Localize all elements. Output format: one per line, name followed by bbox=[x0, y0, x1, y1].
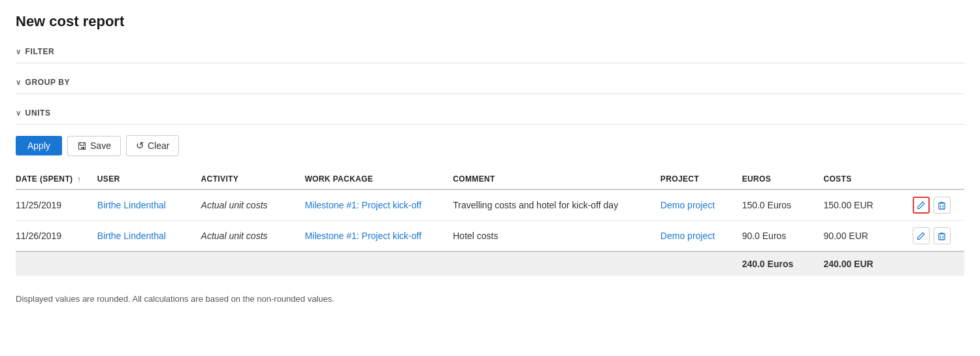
filter-label: FILTER bbox=[25, 47, 55, 56]
cell-link[interactable]: Birthe Lindenthal bbox=[97, 231, 166, 241]
cell-link[interactable]: Demo project bbox=[661, 231, 715, 241]
save-button[interactable]: 🖫 Save bbox=[67, 136, 121, 156]
units-chevron-icon: ∨ bbox=[16, 109, 22, 118]
cell-link[interactable]: Demo project bbox=[661, 200, 715, 210]
apply-button[interactable]: Apply bbox=[16, 136, 62, 155]
footer-euros: 240.0 Euros bbox=[742, 251, 824, 276]
col-header-project[interactable]: PROJECT bbox=[661, 169, 742, 189]
units-label: UNITS bbox=[25, 108, 51, 118]
table-header-row: DATE (SPENT) ↑ USER ACTIVITY WORK PACKAG… bbox=[16, 169, 964, 189]
footer-note: Displayed values are rounded. All calcul… bbox=[16, 294, 964, 304]
units-section[interactable]: ∨ UNITS bbox=[16, 102, 964, 125]
col-header-costs[interactable]: COSTS bbox=[823, 169, 912, 189]
edit-button[interactable] bbox=[913, 197, 930, 214]
cell-link[interactable]: Milestone #1: Project kick-off bbox=[304, 200, 421, 210]
save-label: Save bbox=[90, 140, 111, 151]
edit-button[interactable] bbox=[913, 227, 930, 244]
save-icon: 🖫 bbox=[77, 140, 87, 152]
clear-button[interactable]: ↺ Clear bbox=[126, 135, 179, 156]
col-header-date[interactable]: DATE (SPENT) ↑ bbox=[16, 169, 97, 189]
filter-section[interactable]: ∨ FILTER bbox=[16, 40, 964, 63]
col-header-comment[interactable]: COMMENT bbox=[453, 169, 661, 189]
col-header-actions bbox=[913, 169, 965, 189]
delete-button[interactable] bbox=[934, 227, 951, 244]
cell-link[interactable]: Milestone #1: Project kick-off bbox=[304, 231, 421, 241]
page-title: New cost report bbox=[16, 13, 964, 30]
groupby-section[interactable]: ∨ GROUP BY bbox=[16, 71, 964, 94]
svg-rect-0 bbox=[939, 202, 945, 208]
delete-button[interactable] bbox=[934, 197, 951, 214]
table-row: 11/26/2019Birthe LindenthalActual unit c… bbox=[16, 221, 964, 252]
toolbar: Apply 🖫 Save ↺ Clear bbox=[16, 125, 964, 167]
table-row: 11/25/2019Birthe LindenthalActual unit c… bbox=[16, 189, 964, 221]
cell-link[interactable]: Birthe Lindenthal bbox=[97, 200, 166, 210]
col-header-workpackage[interactable]: WORK PACKAGE bbox=[304, 169, 453, 189]
svg-rect-4 bbox=[939, 233, 945, 239]
groupby-label: GROUP BY bbox=[25, 78, 71, 87]
cost-report-table: DATE (SPENT) ↑ USER ACTIVITY WORK PACKAG… bbox=[16, 169, 964, 276]
sort-icon-date: ↑ bbox=[77, 175, 81, 183]
col-header-user[interactable]: USER bbox=[97, 169, 201, 189]
groupby-chevron-icon: ∨ bbox=[16, 78, 22, 87]
table-footer-row: 240.0 Euros 240.00 EUR bbox=[16, 251, 964, 276]
col-header-activity[interactable]: ACTIVITY bbox=[201, 169, 305, 189]
filter-chevron-icon: ∨ bbox=[16, 48, 22, 56]
action-icons bbox=[913, 227, 958, 244]
col-header-euros[interactable]: EUROS bbox=[742, 169, 824, 189]
clear-label: Clear bbox=[148, 140, 169, 151]
action-icons bbox=[913, 197, 958, 214]
footer-costs: 240.00 EUR bbox=[823, 251, 912, 276]
clear-icon: ↺ bbox=[136, 140, 144, 152]
